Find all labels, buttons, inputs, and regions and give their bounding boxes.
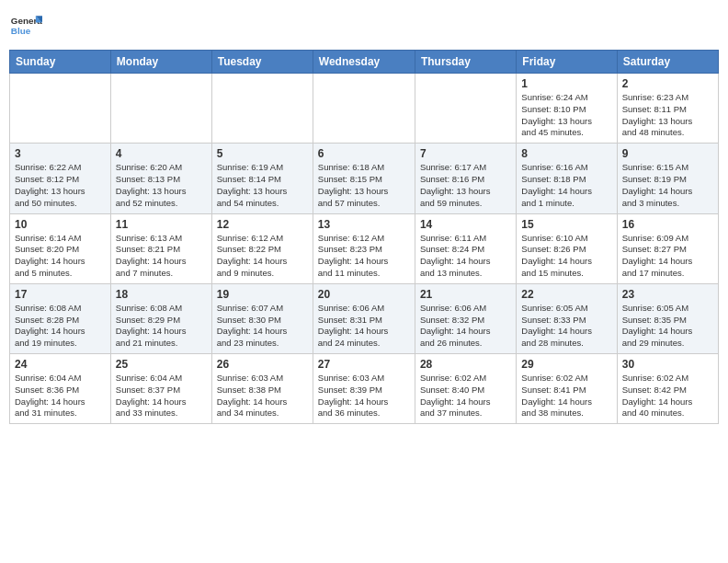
day-info: Sunrise: 6:12 AMSunset: 8:22 PMDaylight:… [217,233,308,280]
day-number: 25 [116,358,207,371]
day-number: 16 [622,218,713,231]
calendar-day-cell: 30Sunrise: 6:02 AMSunset: 8:42 PMDayligh… [617,354,718,424]
day-number: 12 [217,218,308,231]
calendar-day-cell: 26Sunrise: 6:03 AMSunset: 8:38 PMDayligh… [211,354,313,424]
calendar-day-cell: 25Sunrise: 6:04 AMSunset: 8:37 PMDayligh… [110,354,211,424]
day-number: 6 [318,147,410,160]
calendar-weekday-header: Saturday [617,51,718,74]
day-info: Sunrise: 6:19 AMSunset: 8:14 PMDaylight:… [217,162,308,209]
day-info: Sunrise: 6:12 AMSunset: 8:23 PMDaylight:… [318,233,410,280]
calendar-table: SundayMondayTuesdayWednesdayThursdayFrid… [9,50,719,424]
calendar-header-row: SundayMondayTuesdayWednesdayThursdayFrid… [10,51,719,74]
calendar-day-cell: 3Sunrise: 6:22 AMSunset: 8:12 PMDaylight… [10,144,111,213]
calendar-week-row: 24Sunrise: 6:04 AMSunset: 8:36 PMDayligh… [10,354,719,424]
day-info: Sunrise: 6:20 AMSunset: 8:13 PMDaylight:… [116,162,207,209]
day-info: Sunrise: 6:14 AMSunset: 8:20 PMDaylight:… [15,233,106,280]
calendar-day-cell: 11Sunrise: 6:13 AMSunset: 8:21 PMDayligh… [110,213,211,283]
day-number: 1 [521,77,611,90]
calendar-day-cell: 12Sunrise: 6:12 AMSunset: 8:22 PMDayligh… [211,213,313,283]
calendar-day-cell: 5Sunrise: 6:19 AMSunset: 8:14 PMDaylight… [211,144,313,213]
day-number: 3 [15,147,106,160]
day-info: Sunrise: 6:13 AMSunset: 8:21 PMDaylight:… [116,233,207,280]
day-info: Sunrise: 6:07 AMSunset: 8:30 PMDaylight:… [217,303,308,350]
day-number: 23 [622,288,713,301]
day-info: Sunrise: 6:04 AMSunset: 8:37 PMDaylight:… [116,373,207,419]
day-info: Sunrise: 6:08 AMSunset: 8:28 PMDaylight:… [15,303,106,350]
day-number: 9 [622,147,713,160]
day-info: Sunrise: 6:18 AMSunset: 8:15 PMDaylight:… [318,162,410,209]
day-info: Sunrise: 6:02 AMSunset: 8:42 PMDaylight:… [622,373,713,419]
calendar-week-row: 17Sunrise: 6:08 AMSunset: 8:28 PMDayligh… [10,283,719,353]
day-number: 2 [622,77,713,90]
calendar-day-cell [211,74,313,144]
day-number: 21 [420,288,511,301]
day-number: 19 [217,288,308,301]
day-number: 4 [116,147,207,160]
calendar-week-row: 10Sunrise: 6:14 AMSunset: 8:20 PMDayligh… [10,213,719,283]
calendar-day-cell: 2Sunrise: 6:23 AMSunset: 8:11 PMDaylight… [617,74,718,144]
day-info: Sunrise: 6:06 AMSunset: 8:32 PMDaylight:… [420,303,511,350]
day-number: 28 [420,358,511,371]
day-number: 5 [217,147,308,160]
calendar-day-cell: 24Sunrise: 6:04 AMSunset: 8:36 PMDayligh… [10,354,111,424]
calendar-day-cell: 4Sunrise: 6:20 AMSunset: 8:13 PMDaylight… [110,144,211,213]
calendar-day-cell [10,74,111,144]
day-info: Sunrise: 6:15 AMSunset: 8:19 PMDaylight:… [622,162,713,209]
day-number: 7 [420,147,511,160]
svg-text:Blue: Blue [11,26,31,36]
calendar-day-cell: 27Sunrise: 6:03 AMSunset: 8:39 PMDayligh… [313,354,415,424]
day-info: Sunrise: 6:23 AMSunset: 8:11 PMDaylight:… [622,92,713,139]
calendar-day-cell: 14Sunrise: 6:11 AMSunset: 8:24 PMDayligh… [415,213,516,283]
calendar-day-cell: 17Sunrise: 6:08 AMSunset: 8:28 PMDayligh… [10,283,111,353]
calendar-day-cell [110,74,211,144]
day-info: Sunrise: 6:08 AMSunset: 8:29 PMDaylight:… [116,303,207,350]
calendar-day-cell: 21Sunrise: 6:06 AMSunset: 8:32 PMDayligh… [415,283,516,353]
page-header: General Blue [9,9,719,42]
day-number: 18 [116,288,207,301]
calendar-day-cell [415,74,516,144]
day-info: Sunrise: 6:16 AMSunset: 8:18 PMDaylight:… [521,162,611,209]
calendar-day-cell: 15Sunrise: 6:10 AMSunset: 8:26 PMDayligh… [517,213,617,283]
day-info: Sunrise: 6:03 AMSunset: 8:39 PMDaylight:… [318,373,410,419]
calendar-day-cell: 8Sunrise: 6:16 AMSunset: 8:18 PMDaylight… [517,144,617,213]
day-info: Sunrise: 6:03 AMSunset: 8:38 PMDaylight:… [217,373,308,419]
calendar-day-cell: 10Sunrise: 6:14 AMSunset: 8:20 PMDayligh… [10,213,111,283]
calendar-day-cell: 23Sunrise: 6:05 AMSunset: 8:35 PMDayligh… [617,283,718,353]
day-info: Sunrise: 6:17 AMSunset: 8:16 PMDaylight:… [420,162,511,209]
day-number: 29 [521,358,611,371]
calendar-weekday-header: Friday [517,51,617,74]
day-number: 26 [217,358,308,371]
day-info: Sunrise: 6:09 AMSunset: 8:27 PMDaylight:… [622,233,713,280]
calendar-day-cell: 16Sunrise: 6:09 AMSunset: 8:27 PMDayligh… [617,213,718,283]
calendar-day-cell: 22Sunrise: 6:05 AMSunset: 8:33 PMDayligh… [517,283,617,353]
calendar-day-cell: 9Sunrise: 6:15 AMSunset: 8:19 PMDaylight… [617,144,718,213]
day-number: 15 [521,218,611,231]
day-number: 10 [15,218,106,231]
calendar-weekday-header: Sunday [10,51,111,74]
calendar-day-cell: 29Sunrise: 6:02 AMSunset: 8:41 PMDayligh… [517,354,617,424]
day-number: 20 [318,288,410,301]
day-info: Sunrise: 6:02 AMSunset: 8:40 PMDaylight:… [420,373,511,419]
calendar-week-row: 1Sunrise: 6:24 AMSunset: 8:10 PMDaylight… [10,74,719,144]
calendar-day-cell: 1Sunrise: 6:24 AMSunset: 8:10 PMDaylight… [517,74,617,144]
day-info: Sunrise: 6:22 AMSunset: 8:12 PMDaylight:… [15,162,106,209]
calendar-weekday-header: Monday [110,51,211,74]
calendar-day-cell: 28Sunrise: 6:02 AMSunset: 8:40 PMDayligh… [415,354,516,424]
day-info: Sunrise: 6:06 AMSunset: 8:31 PMDaylight:… [318,303,410,350]
calendar-day-cell [313,74,415,144]
calendar-day-cell: 19Sunrise: 6:07 AMSunset: 8:30 PMDayligh… [211,283,313,353]
calendar-day-cell: 6Sunrise: 6:18 AMSunset: 8:15 PMDaylight… [313,144,415,213]
logo: General Blue [9,9,42,42]
calendar-week-row: 3Sunrise: 6:22 AMSunset: 8:12 PMDaylight… [10,144,719,213]
logo-icon: General Blue [9,9,42,42]
day-number: 14 [420,218,511,231]
day-number: 13 [318,218,410,231]
day-number: 24 [15,358,106,371]
day-info: Sunrise: 6:05 AMSunset: 8:33 PMDaylight:… [521,303,611,350]
day-number: 8 [521,147,611,160]
day-info: Sunrise: 6:11 AMSunset: 8:24 PMDaylight:… [420,233,511,280]
day-info: Sunrise: 6:05 AMSunset: 8:35 PMDaylight:… [622,303,713,350]
calendar-day-cell: 13Sunrise: 6:12 AMSunset: 8:23 PMDayligh… [313,213,415,283]
day-info: Sunrise: 6:02 AMSunset: 8:41 PMDaylight:… [521,373,611,419]
calendar-day-cell: 7Sunrise: 6:17 AMSunset: 8:16 PMDaylight… [415,144,516,213]
